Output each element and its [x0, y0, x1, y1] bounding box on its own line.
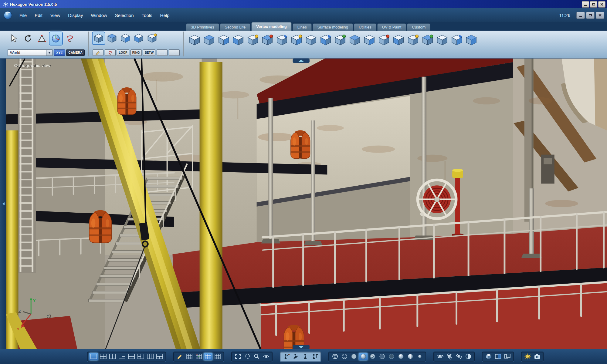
tab-3d-primitives[interactable]: 3D Primitives: [186, 23, 219, 31]
vertex-tool-button[interactable]: [275, 32, 289, 48]
vertex-tool-button[interactable]: [377, 32, 391, 48]
vertex-tool-button[interactable]: [421, 32, 434, 48]
vertex-tool-button[interactable]: [260, 32, 274, 48]
avatar-pose-button[interactable]: [282, 353, 291, 360]
tab-second-life[interactable]: Second Life: [220, 23, 251, 31]
paint-select-button[interactable]: [105, 49, 116, 56]
seam-shading-button[interactable]: [406, 353, 415, 360]
vertex-tool-button[interactable]: [304, 32, 318, 48]
life-jacket[interactable]: [117, 87, 136, 115]
close-button[interactable]: [598, 1, 605, 8]
tab-surface-modeling[interactable]: Surface modeling: [313, 23, 353, 31]
vertex-tool-button[interactable]: [290, 32, 303, 48]
tab-lines[interactable]: Lines: [293, 23, 312, 31]
snapshot-button[interactable]: [533, 353, 541, 360]
dark-shading-button[interactable]: [387, 353, 396, 360]
vertex-tool-button[interactable]: [246, 32, 259, 48]
vertex-tool-button[interactable]: [450, 32, 463, 48]
app-restore-button[interactable]: [586, 12, 595, 19]
bottom-panel-handle[interactable]: [293, 345, 309, 349]
life-jacket[interactable]: [89, 210, 112, 243]
rotate-tool-button[interactable]: [22, 32, 34, 45]
layout-two-plus-one-button[interactable]: [136, 353, 145, 360]
maximize-button[interactable]: [590, 1, 597, 8]
world-coordinate-dropdown[interactable]: World: [8, 49, 53, 56]
vertex-tool-button[interactable]: [319, 32, 332, 48]
grid-select-button[interactable]: [157, 49, 168, 56]
vertex-tool-button[interactable]: [231, 32, 245, 48]
pan-view-button[interactable]: [262, 353, 270, 360]
flat-shading-button[interactable]: [349, 353, 358, 360]
vertex-tool-button[interactable]: [348, 32, 361, 48]
low-res-shading-button[interactable]: [415, 353, 424, 360]
ring-button[interactable]: RING: [131, 49, 142, 56]
select-tool-button[interactable]: [8, 32, 20, 45]
dual-panel-button[interactable]: [503, 353, 512, 360]
orbit-button[interactable]: [436, 353, 444, 360]
viewport-scene[interactable]: Y Z x Orthographic view c3: [6, 59, 607, 349]
avatar-tool-button[interactable]: [291, 353, 300, 360]
layout-quad-button[interactable]: [99, 353, 107, 360]
vertex-tool-button[interactable]: [464, 32, 478, 48]
transparent-shading-button[interactable]: [378, 353, 386, 360]
vertex-tool-button[interactable]: [202, 32, 216, 48]
textured-shading-button[interactable]: [368, 353, 377, 360]
ladder[interactable]: [18, 59, 36, 273]
camera-mode-button[interactable]: CAMERA: [66, 49, 85, 56]
layout-three-column-button[interactable]: [146, 353, 154, 360]
uv-edit-button[interactable]: [175, 353, 184, 360]
menu-selection[interactable]: Selection: [111, 11, 138, 19]
lasso-select-button[interactable]: [63, 32, 76, 45]
yellow-mast[interactable]: [200, 59, 222, 349]
vertex-tool-button[interactable]: [362, 32, 376, 48]
edit-pencil-button[interactable]: [93, 49, 103, 56]
tab-custom[interactable]: Custom: [407, 23, 430, 31]
layout-stack-button[interactable]: [155, 353, 164, 360]
app-close-button[interactable]: [596, 12, 604, 19]
xyz-button[interactable]: XYZ: [54, 49, 65, 56]
grid-dense-button[interactable]: [213, 353, 222, 360]
cube-edge-button[interactable]: [146, 32, 158, 44]
rotate-view-button[interactable]: [454, 353, 463, 360]
cube-top-face-button[interactable]: [106, 32, 118, 44]
half-sphere-button[interactable]: [464, 353, 473, 360]
specular-shading-button[interactable]: [396, 353, 405, 360]
menu-tools[interactable]: Tools: [138, 11, 156, 19]
loop-button[interactable]: LOOP: [117, 49, 129, 56]
between-button[interactable]: BETW: [143, 49, 155, 56]
layout-one-plus-two-button[interactable]: [117, 353, 126, 360]
tab-uv-paint[interactable]: UV & Paint: [377, 23, 406, 31]
app-minimize-button[interactable]: [576, 12, 585, 19]
layout-single-button[interactable]: [89, 353, 98, 360]
face-select-tool-button[interactable]: [36, 32, 48, 45]
cube-right-face-button[interactable]: [119, 32, 131, 44]
vertex-tool-button[interactable]: [406, 32, 420, 48]
wireframe-shading-button[interactable]: [331, 353, 339, 360]
menu-help[interactable]: Help: [156, 11, 174, 19]
select-region-button[interactable]: [243, 353, 252, 360]
vertex-tool-button[interactable]: [188, 32, 201, 48]
left-panel-collapse-strip[interactable]: [0, 59, 6, 349]
vertex-tool-button[interactable]: [333, 32, 347, 48]
avatar-stand-button[interactable]: [301, 353, 310, 360]
turntable-button[interactable]: [445, 353, 454, 360]
vertex-tool-button[interactable]: [217, 32, 230, 48]
cube-primitive-button[interactable]: [93, 32, 105, 44]
dropdown-arrow-button[interactable]: [46, 50, 52, 56]
circle-select-button[interactable]: [169, 49, 180, 56]
perspective-cube-button[interactable]: [484, 353, 493, 360]
vertex-tool-button[interactable]: [435, 32, 449, 48]
render-button[interactable]: [523, 353, 532, 360]
grid-blue-button[interactable]: [204, 353, 212, 360]
properties-panel-button[interactable]: [493, 353, 502, 360]
layout-two-column-button[interactable]: [108, 353, 117, 360]
avatar-hammer-button[interactable]: [310, 353, 319, 360]
minimize-button[interactable]: [582, 1, 589, 8]
vertex-tool-button[interactable]: [392, 32, 405, 48]
menu-edit[interactable]: Edit: [31, 11, 46, 19]
wireframe-pen-button[interactable]: [185, 353, 194, 360]
zoom-button[interactable]: [252, 353, 261, 360]
menu-view[interactable]: View: [46, 11, 64, 19]
menu-window[interactable]: Window: [87, 11, 111, 19]
menu-file[interactable]: File: [15, 11, 31, 19]
